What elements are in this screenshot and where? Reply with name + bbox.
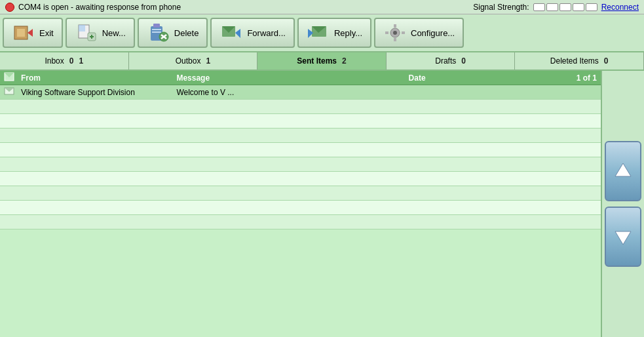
reply-label: Reply... (334, 28, 362, 38)
svg-marker-29 (615, 163, 631, 176)
forward-button[interactable]: Forward... (210, 18, 295, 48)
configure-icon (383, 22, 407, 43)
svg-rect-11 (153, 24, 160, 28)
signal-bar-1 (533, 3, 545, 11)
scroll-up-button[interactable] (605, 141, 641, 201)
empty-row (0, 143, 601, 157)
email-section: From Message Date 1 of 1 Viking Software… (0, 71, 602, 337)
title-bar: COM4 is open - awaiting response from ph… (0, 0, 644, 14)
tab-sent-label: Sent Items (297, 56, 337, 66)
tab-deleted[interactable]: Deleted Items 0 (515, 52, 644, 69)
email-message: Welcome to V ... (174, 88, 406, 97)
tab-drafts[interactable]: Drafts 0 (387, 52, 516, 69)
main-area: From Message Date 1 of 1 Viking Software… (0, 71, 644, 337)
svg-marker-2 (28, 29, 33, 37)
tab-deleted-label: Deleted Items (550, 56, 599, 66)
svg-rect-10 (152, 31, 161, 33)
tab-outbox-label: Outbox (176, 56, 201, 66)
status-text: COM4 is open - awaiting response from ph… (18, 3, 181, 12)
empty-row (0, 201, 601, 215)
tab-outbox-count: 1 (206, 56, 210, 66)
svg-point-20 (393, 31, 397, 35)
svg-rect-9 (152, 29, 161, 30)
signal-bar-4 (573, 3, 584, 11)
toolbar: Exit New... Delete (0, 14, 644, 52)
col-from-header: From (18, 73, 174, 83)
tab-inbox-count: 0 (69, 56, 74, 66)
signal-bar-5 (586, 3, 597, 11)
delete-button[interactable]: Delete (138, 18, 208, 48)
table-row[interactable]: Viking Software Support Division Welcome… (0, 85, 601, 100)
col-icon-header (0, 72, 18, 83)
svg-rect-1 (17, 29, 25, 37)
col-count-header: 1 of 1 (561, 73, 601, 83)
reply-button[interactable]: Reply... (297, 18, 371, 48)
new-button[interactable]: New... (66, 18, 135, 48)
empty-row (0, 157, 601, 172)
reconnect-link[interactable]: Reconnect (601, 3, 639, 12)
empty-row (0, 172, 601, 186)
svg-marker-15 (235, 29, 240, 38)
column-headers: From Message Date 1 of 1 (0, 71, 601, 85)
svg-rect-4 (79, 25, 85, 31)
title-left: COM4 is open - awaiting response from ph… (5, 3, 181, 12)
status-indicator (5, 3, 14, 12)
email-from: Viking Software Support Division (18, 88, 174, 97)
tab-outbox[interactable]: Outbox 1 (129, 52, 258, 69)
signal-area: Signal Strength: Reconnect (473, 3, 639, 12)
tab-inbox[interactable]: Inbox 0 1 (0, 52, 129, 69)
exit-label: Exit (39, 28, 54, 38)
empty-row (0, 129, 601, 143)
email-list: Viking Software Support Division Welcome… (0, 85, 601, 337)
scroll-panel (602, 71, 644, 337)
forward-icon (219, 22, 243, 43)
empty-row (0, 215, 601, 229)
tab-drafts-count: 0 (461, 56, 466, 66)
empty-row (0, 186, 601, 201)
svg-rect-21 (394, 24, 396, 28)
empty-row (0, 100, 601, 114)
col-date-header: Date (406, 73, 561, 83)
new-icon (75, 22, 98, 43)
tab-inbox-label: Inbox (45, 56, 64, 66)
new-label: New... (102, 28, 126, 38)
tabs-row: Inbox 0 1 Outbox 1 Sent Items 2 Drafts 0… (0, 52, 644, 71)
forward-label: Forward... (247, 28, 286, 38)
svg-rect-24 (402, 31, 405, 34)
svg-marker-30 (615, 231, 631, 245)
delete-label: Delete (174, 28, 199, 38)
tab-drafts-label: Drafts (435, 56, 456, 66)
tab-deleted-count: 0 (604, 56, 609, 66)
svg-rect-23 (385, 31, 388, 34)
scroll-down-button[interactable] (605, 207, 641, 267)
delete-icon (147, 22, 170, 43)
signal-bars (533, 3, 597, 11)
reply-icon (307, 22, 330, 43)
tab-sent[interactable]: Sent Items 2 (257, 52, 387, 69)
signal-label: Signal Strength: (473, 3, 529, 12)
configure-button[interactable]: Configure... (374, 18, 464, 48)
col-message-header: Message (174, 73, 406, 83)
signal-bar-2 (546, 3, 558, 11)
configure-label: Configure... (411, 28, 455, 38)
email-icon (0, 87, 18, 97)
exit-icon (12, 22, 35, 43)
exit-button[interactable]: Exit (3, 18, 63, 48)
tab-sent-count: 2 (342, 56, 347, 66)
signal-bar-3 (559, 3, 571, 11)
svg-rect-22 (394, 38, 396, 41)
empty-row (0, 114, 601, 129)
tab-inbox-unread: 1 (79, 56, 83, 66)
